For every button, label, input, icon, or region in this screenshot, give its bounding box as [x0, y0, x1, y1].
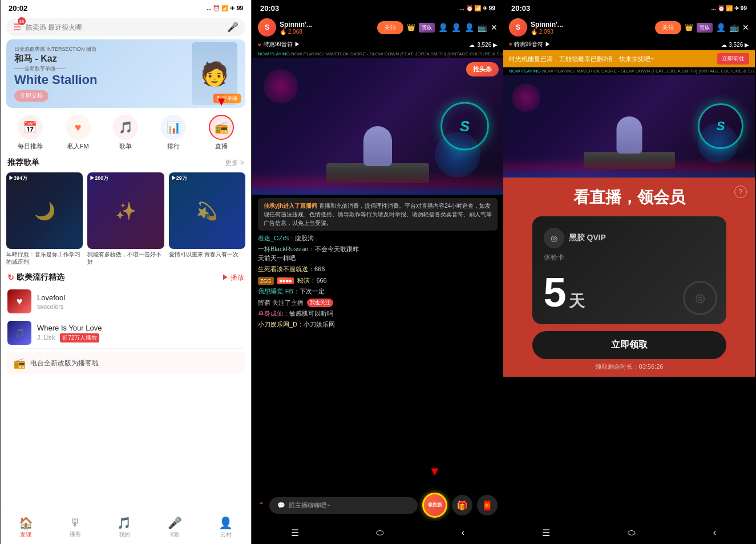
nav-village[interactable]: 👤 云村	[219, 516, 233, 539]
zgg-badge: ZGG	[258, 277, 274, 285]
list-item[interactable]: ▶200万 ✨ 我能有多骄傲，不堪一击好不好	[87, 172, 164, 265]
playlist-thumb-1: ▶394万 🌙	[6, 172, 83, 249]
cast-icon-3[interactable]: 📺	[729, 23, 739, 32]
help-button[interactable]: ?	[734, 186, 747, 198]
user-avatar-2: 👤	[451, 23, 461, 32]
icon-daily[interactable]: 📅 每日推荐	[18, 115, 43, 151]
status-icons-2: ... ⏰ 📶 ✈ 99	[459, 5, 495, 11]
info-right[interactable]: ☁ 3,526 ▶	[469, 42, 498, 48]
follow-button-3[interactable]: 关注	[655, 21, 681, 34]
vip-area: 领贵损 ▼	[422, 493, 447, 518]
icon-playlist[interactable]: 🎵 歌单	[113, 115, 138, 151]
chat-notice: 佳承yjh进入了直播间 直播和充值消费，提倡理性消费。平台对直播内容24小时巡查…	[258, 198, 498, 231]
track-artist-lovefool: twocolors	[37, 303, 244, 310]
vip-logo-circle: ◎	[544, 228, 564, 248]
dj-scene: S	[252, 58, 503, 195]
gift-button[interactable]: 🎁	[452, 495, 472, 515]
time-2: 20:03	[260, 4, 279, 13]
list-item[interactable]: ▶29万 💫 爱情可以重来 青春只有一次	[169, 172, 245, 265]
mic-icon[interactable]: 🎤	[227, 22, 238, 33]
track-item-where[interactable]: 🎵 Where Is Your Love J. Lisk 近72万人播放	[7, 317, 244, 349]
vip-label: 领贵损	[428, 502, 442, 508]
floor-lights-3	[503, 158, 755, 178]
vip-days-unit: 天	[569, 293, 585, 309]
chat-msg-5: 我想睡觉-FB：下次一定	[258, 287, 498, 296]
info-right-3[interactable]: ☁ 3,526 ▶	[721, 42, 749, 48]
header-actions: 关注 👑 贵族 👤 👤 👤 📺 ✕	[377, 21, 498, 34]
info-bar-3: ♥ 特惠99音符 ▶ ☁ 3,526 ▶	[503, 39, 755, 50]
sys-menu-3[interactable]: ☰	[542, 527, 550, 538]
icon-rank[interactable]: 📊 排行	[161, 115, 186, 151]
vip-button[interactable]: 领贵损	[422, 493, 447, 518]
village-icon: 👤	[219, 516, 233, 530]
neon-glow-3	[512, 83, 540, 112]
radio-notice[interactable]: 📻 电台全新改版为播客啦	[6, 352, 245, 374]
search-bar[interactable]: ☰ 36 🎤	[6, 18, 245, 36]
now-playing-text: NOW PLAYING: MAVERICK SABRE - SLOW DOWN …	[291, 51, 503, 57]
alert-button[interactable]: 立即前往	[717, 53, 749, 65]
expand-icon[interactable]: ⌃	[258, 501, 265, 510]
play-button[interactable]: ▶ 播放	[222, 273, 244, 283]
promo-section: ? 看直播，领会员 ◎ 黑胶 QVIP 体验卡 5 天 ◎ 立即领取 领取剩余时…	[503, 178, 755, 377]
icon-fm[interactable]: ♥ 私人FM	[66, 115, 91, 151]
phone-1: 20:02 ... ⏰ 📶 ✈ 99 ☰ 36 🎤 日美混血男孩 INTERSE…	[0, 0, 252, 544]
avatar-3: S	[509, 18, 527, 37]
host-info-3: S Spinnin'... 🔥 2,093	[509, 18, 563, 37]
grab-header-button[interactable]: 抢头条	[466, 62, 499, 76]
track-item-lovefool[interactable]: ♥ Lovefool twocolors	[7, 286, 244, 317]
discover-icon: 🏠	[19, 516, 33, 530]
chat-bubble-icon: 💬	[277, 502, 285, 509]
icon-live[interactable]: ▼ 📻 直播	[209, 115, 234, 151]
nav-podcast[interactable]: 🎙 播客	[70, 516, 81, 538]
sys-back-3[interactable]: ‹	[713, 527, 716, 538]
nav-discover[interactable]: 🏠 发现	[19, 516, 33, 539]
follow-button[interactable]: 关注	[377, 21, 403, 34]
close-icon-3[interactable]: ✕	[742, 23, 749, 32]
status-bar-2: 20:03 ... ⏰ 📶 ✈ 99	[252, 0, 503, 16]
claim-button[interactable]: 立即领取	[532, 331, 726, 359]
nav-k[interactable]: 🎤 K歌	[168, 516, 182, 539]
nav-music[interactable]: 🎵 我的	[117, 516, 131, 539]
chat-msg-4: ZGG ■■■■ 秘演：666	[258, 276, 498, 285]
chat-msg-6: 单身成仙：敏感肌可以听吗	[258, 309, 498, 318]
sys-home[interactable]: ⬭	[376, 527, 384, 538]
chat-msg-3: 生死看淡不服就送：666	[258, 265, 498, 273]
recommend-title: 推荐歌单	[7, 158, 39, 168]
banner-artist: 和马 - Kaz	[14, 53, 192, 65]
info-left[interactable]: ♥ 特惠99音符 ▶	[258, 41, 300, 49]
info-left-3[interactable]: ♥ 特惠99音符 ▶	[509, 41, 551, 49]
host-fans: 🔥 2,068	[280, 29, 312, 35]
sys-home-3[interactable]: ⬭	[628, 527, 636, 538]
vip-card: ◎ 黑胶 QVIP 体验卡 5 天 ◎	[532, 216, 726, 324]
track-thumb-where: 🎵	[7, 321, 31, 345]
host-name-3: Spinnin'...	[531, 21, 563, 29]
sys-menu[interactable]: ☰	[291, 527, 299, 538]
red-arrow-indicator: ▼	[215, 94, 228, 109]
status-icons-1: ... ⏰ 📶 ✈ 99	[207, 5, 243, 11]
recommend-more[interactable]: 更多 >	[225, 158, 244, 168]
neon-circle-3: S	[698, 103, 743, 149]
red-packet-button[interactable]: 🧧	[477, 495, 498, 515]
cloud-icon: ☁	[469, 42, 475, 48]
village-label: 云村	[220, 531, 232, 539]
follow-user: 留斋 关注了主播	[258, 299, 304, 307]
recommend-header: 推荐歌单 更多 >	[1, 155, 251, 170]
follow-tag[interactable]: 我也关注	[307, 299, 333, 307]
playlist-thumb-2: ▶200万 ✨	[87, 172, 164, 249]
cast-icon[interactable]: 📺	[478, 23, 487, 32]
menu-icon[interactable]: ☰ 36	[13, 22, 21, 33]
chat-input-button[interactable]: 💬 跟主播聊聊吧~	[269, 497, 418, 514]
support-button[interactable]: 立即支持	[14, 90, 48, 102]
close-icon[interactable]: ✕	[491, 23, 498, 32]
list-item[interactable]: ▶394万 🌙 耳畔疗愈：音乐是你工作学习的减压剂	[6, 172, 83, 265]
playlist-desc-3: 爱情可以重来 青春只有一次	[169, 251, 245, 258]
fm-label: 私人FM	[67, 142, 89, 151]
sys-back[interactable]: ‹	[462, 527, 464, 538]
now-playing-bar: NOW PLAYING NOW PLAYING: MAVERICK SABRE …	[252, 50, 503, 58]
search-input[interactable]	[26, 23, 223, 31]
now-playing-text-3: NOW PLAYING: MAVERICK SABRE - SLOW DOWN …	[542, 68, 755, 74]
system-nav-2: ☰ ⬭ ‹	[252, 521, 503, 544]
discover-label: 发现	[20, 531, 31, 539]
info-bar-2: ♥ 特惠99音符 ▶ ☁ 3,526 ▶	[252, 39, 503, 50]
alert-text: 时光机能量已满，万能福概率已翻2倍，快来抽奖吧~	[509, 55, 654, 63]
